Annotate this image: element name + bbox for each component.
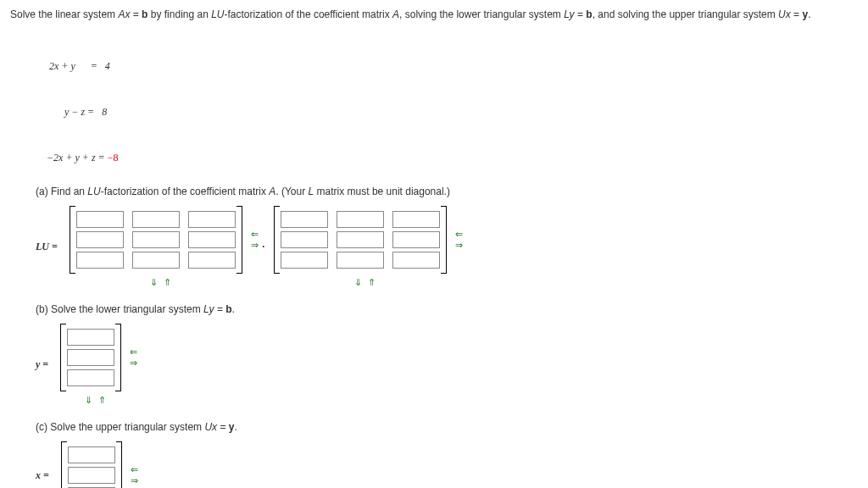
y-label: y = [36,358,48,371]
L-cell[interactable] [76,211,124,228]
y-cell[interactable] [67,349,114,366]
U-cell[interactable] [281,231,328,248]
L-cell[interactable] [188,211,236,228]
L-cell[interactable] [132,211,180,228]
L-cell[interactable] [132,252,180,269]
x-cell[interactable] [68,467,115,484]
part-c-answer: x = ⇐⇒ [36,441,858,488]
x-label: x = [36,469,49,482]
vector-y [60,324,121,391]
vector-x [61,441,122,488]
L-cell[interactable] [76,252,124,269]
x-cell[interactable] [68,446,115,463]
U-cell[interactable] [281,211,328,228]
L-cell[interactable] [188,231,236,248]
L-cell[interactable] [132,231,180,248]
L-cell[interactable] [76,231,124,248]
part-a-answer: LU = ⇐⇒ ⇓ ⇑ · ⇐⇒ ⇓ ⇑ [36,206,858,288]
U-cell[interactable] [392,211,440,228]
matrix-U [274,206,447,274]
resize-arrows-vertical-icon[interactable]: ⇓ ⇑ [354,277,377,288]
U-cell[interactable] [392,231,440,248]
resize-arrows-horizontal-icon[interactable]: ⇐⇒ [131,465,138,485]
problem-statement: Solve the linear system Ax = b by findin… [10,7,858,23]
linear-system: 2x + y = 4 y − z = 8 −2x + y + z = −8 [44,28,858,180]
U-cell[interactable] [337,252,384,269]
matrix-multiply-dot: · [262,240,265,255]
part-a-text: (a) Find an LU-factorization of the coef… [36,186,858,197]
lu-label: LU = [36,241,58,253]
y-cell[interactable] [67,369,114,386]
y-cell[interactable] [67,329,114,346]
part-b-answer: y = ⇐⇒ ⇓ ⇑ [36,324,858,406]
resize-arrows-vertical-icon[interactable]: ⇓ ⇑ [150,277,173,288]
U-cell[interactable] [392,252,440,269]
U-cell[interactable] [337,211,384,228]
resize-arrows-vertical-icon[interactable]: ⇓ ⇑ [85,395,108,406]
U-cell[interactable] [337,231,384,248]
resize-arrows-horizontal-icon[interactable]: ⇐⇒ [130,347,137,368]
part-c-text: (c) Solve the upper triangular system Ux… [36,421,858,433]
L-cell[interactable] [188,252,236,269]
part-b-text: (b) Solve the lower triangular system Ly… [36,303,858,315]
U-cell[interactable] [281,252,328,269]
resize-arrows-horizontal-icon[interactable]: ⇐⇒ [455,230,463,250]
resize-arrows-horizontal-icon[interactable]: ⇐⇒ [251,230,259,250]
matrix-L [70,206,242,274]
